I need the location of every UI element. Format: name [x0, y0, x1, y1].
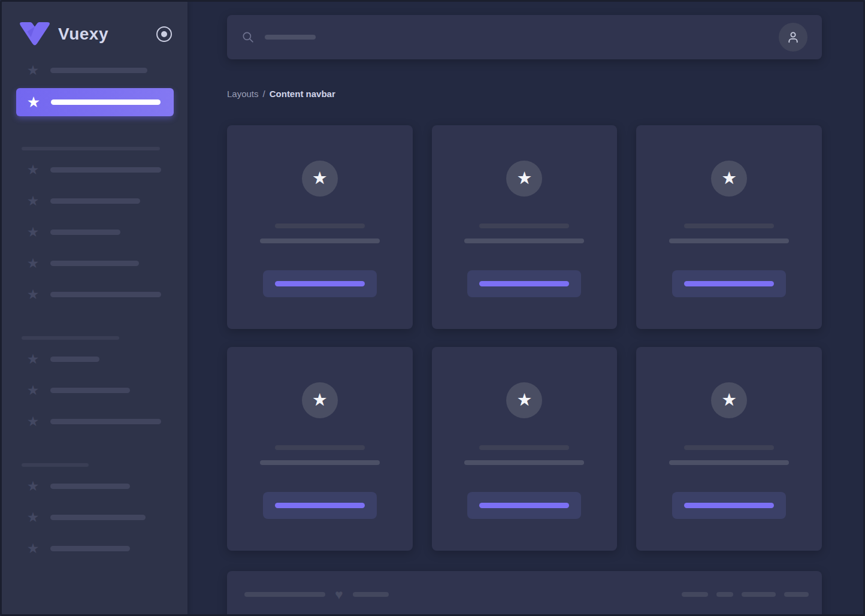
brand-row: Vuexy: [2, 2, 187, 46]
card-button[interactable]: [263, 492, 377, 519]
footer-link-placeholder[interactable]: [716, 592, 733, 597]
brand-name: Vuexy: [58, 25, 108, 44]
star-badge: ★: [711, 161, 747, 197]
breadcrumb: Layouts / Content navbar: [227, 89, 822, 99]
demo-card: ★: [636, 125, 822, 329]
star-badge: ★: [711, 382, 747, 418]
vuexy-logo-icon: [19, 22, 51, 46]
main-content: Layouts / Content navbar ★ ★: [187, 2, 863, 614]
star-icon: ★: [26, 95, 41, 110]
menu-item-placeholder: [50, 357, 99, 362]
star-icon: ★: [26, 288, 40, 301]
menu-item-placeholder: [50, 484, 130, 489]
search-icon[interactable]: [241, 31, 255, 44]
star-icon: ★: [26, 352, 40, 366]
star-icon: ★: [26, 479, 40, 493]
sidebar-item[interactable]: ★: [2, 224, 173, 240]
sidebar-item[interactable]: ★: [2, 413, 173, 430]
breadcrumb-parent[interactable]: Layouts: [227, 89, 259, 99]
card-text-placeholder: [669, 460, 789, 465]
star-icon: ★: [26, 256, 40, 270]
menu-item-placeholder: [50, 515, 146, 520]
footer-link-placeholder[interactable]: [682, 592, 708, 597]
footer-text-placeholder: [244, 592, 325, 597]
card-title-placeholder: [479, 224, 569, 228]
sidebar-item[interactable]: ★: [2, 62, 173, 78]
menu-section-header: [22, 463, 187, 467]
star-icon: ★: [26, 384, 40, 397]
menu-item-placeholder: [50, 292, 161, 297]
star-icon: ★: [721, 391, 737, 409]
menu-section-header: [22, 147, 187, 150]
menu-pin-toggle-icon[interactable]: [156, 26, 172, 42]
star-icon: ★: [721, 170, 737, 187]
card-button[interactable]: [672, 492, 786, 519]
breadcrumb-current: Content navbar: [270, 89, 335, 99]
star-icon: ★: [516, 391, 532, 409]
sidebar-item[interactable]: ★: [2, 286, 173, 303]
footer-link-placeholder[interactable]: [784, 592, 809, 597]
star-badge: ★: [302, 161, 338, 197]
footer-copyright: ♥: [244, 587, 389, 601]
card-text-placeholder: [464, 460, 584, 465]
card-text-placeholder: [669, 238, 789, 243]
footer-row: ♥: [244, 587, 809, 601]
sidebar: Vuexy ★ ★ ★ ★: [2, 2, 187, 614]
card-title-placeholder: [684, 224, 774, 228]
button-label-placeholder: [275, 281, 365, 286]
menu-item-placeholder: [50, 388, 130, 393]
card-button[interactable]: [467, 492, 581, 519]
section-header-placeholder: [22, 336, 119, 340]
card-button[interactable]: [467, 270, 581, 297]
sidebar-item[interactable]: ★: [2, 351, 173, 367]
demo-card: ★: [227, 125, 413, 329]
button-label-placeholder: [684, 281, 774, 286]
star-icon: ★: [26, 163, 40, 177]
menu-item-placeholder: [51, 99, 161, 105]
card-text-placeholder: [260, 238, 380, 243]
sidebar-item[interactable]: ★: [2, 509, 173, 526]
search-input-placeholder[interactable]: [265, 35, 316, 40]
top-navbar: [227, 15, 822, 59]
button-label-placeholder: [684, 503, 774, 508]
footer-link-placeholder[interactable]: [742, 592, 776, 597]
star-badge: ★: [506, 161, 542, 197]
card-text-placeholder: [464, 238, 584, 243]
footer-links: [682, 592, 809, 597]
footer-text-placeholder: [353, 592, 389, 597]
sidebar-item[interactable]: ★: [2, 540, 173, 557]
sidebar-item[interactable]: ★: [2, 382, 173, 398]
heart-icon: ♥: [335, 588, 343, 602]
star-icon: ★: [26, 64, 40, 77]
menu-section-header: [22, 336, 187, 340]
button-label-placeholder: [479, 503, 569, 508]
sidebar-item[interactable]: ★: [2, 161, 173, 178]
menu-item-placeholder: [50, 167, 161, 173]
menu-item-placeholder: [50, 68, 147, 73]
star-icon: ★: [312, 170, 328, 187]
menu-item-placeholder: [50, 230, 120, 235]
card-title-placeholder: [684, 445, 774, 450]
section-header-placeholder: [22, 463, 89, 467]
card-button[interactable]: [672, 270, 786, 297]
button-label-placeholder: [275, 503, 365, 508]
star-icon: ★: [516, 170, 532, 187]
menu-item-placeholder: [50, 261, 139, 266]
star-icon: ★: [26, 415, 40, 428]
section-header-placeholder: [22, 147, 160, 150]
sidebar-item[interactable]: ★: [2, 255, 173, 271]
user-avatar[interactable]: [779, 23, 807, 52]
star-icon: ★: [26, 225, 40, 239]
demo-card: ★: [636, 347, 822, 551]
menu-pin-dot: [161, 31, 167, 37]
card-title-placeholder: [479, 445, 569, 450]
star-icon: ★: [312, 391, 328, 409]
star-badge: ★: [302, 382, 338, 418]
card-text-placeholder: [260, 460, 380, 465]
button-label-placeholder: [479, 281, 569, 286]
card-button[interactable]: [263, 270, 377, 297]
menu-item-placeholder: [50, 198, 140, 204]
sidebar-item[interactable]: ★: [2, 478, 173, 494]
sidebar-item[interactable]: ★: [2, 192, 173, 209]
sidebar-item-active[interactable]: ★: [16, 88, 174, 116]
